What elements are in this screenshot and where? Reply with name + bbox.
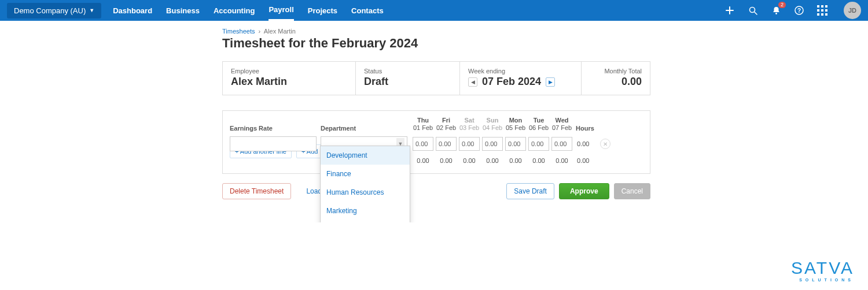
total-day-6: 0.00 — [550, 157, 573, 164]
company-switcher[interactable]: Demo Company (AU) ▼ — [7, 3, 101, 18]
save-draft-button[interactable]: Save Draft — [506, 183, 554, 199]
notifications-icon[interactable]: 2 — [771, 5, 781, 16]
week-ending-value: 07 Feb 2024 — [482, 76, 541, 88]
caret-down-icon: ▼ — [89, 8, 94, 13]
day-input-4[interactable] — [505, 137, 526, 151]
summary-box: Employee Alex Martin Status Draft Week e… — [222, 61, 650, 95]
notification-badge: 2 — [778, 2, 786, 8]
timesheet-row: ▼ 0.00 ✕ — [230, 136, 643, 151]
monthly-total-value: 0.00 — [590, 76, 642, 88]
header-day-6: Wed07 Feb — [550, 117, 573, 132]
header-day-2: Sat03 Feb — [458, 117, 481, 132]
svg-text:?: ? — [797, 8, 801, 14]
cancel-button[interactable]: Cancel — [614, 183, 650, 199]
header-department: Department — [321, 125, 411, 132]
breadcrumb: Timesheets › Alex Martin — [222, 28, 650, 35]
day-input-3[interactable] — [482, 137, 503, 151]
department-dropdown: Development Finance Human Resources Mark… — [320, 146, 410, 222]
add-icon[interactable] — [724, 5, 735, 16]
monthly-total-label: Monthly Total — [590, 68, 642, 75]
day-input-2[interactable] — [459, 137, 480, 151]
delete-row-button[interactable]: ✕ — [600, 139, 610, 149]
svg-point-1 — [775, 13, 777, 14]
total-day-0: 0.00 — [411, 157, 435, 164]
help-icon[interactable]: ? — [794, 5, 804, 16]
header-day-3: Sun04 Feb — [481, 117, 504, 132]
company-name: Demo Company (AU) — [14, 6, 86, 15]
next-week-button[interactable]: ▶ — [546, 77, 555, 87]
total-hours: 0.00 — [573, 157, 599, 164]
apps-icon[interactable] — [817, 5, 827, 16]
topbar: Demo Company (AU) ▼ Dashboard Business A… — [0, 0, 868, 21]
total-day-4: 0.00 — [504, 157, 527, 164]
dropdown-item[interactable]: Development — [321, 146, 410, 165]
dropdown-item[interactable]: Finance — [321, 165, 410, 183]
day-input-0[interactable] — [413, 137, 433, 151]
header-day-5: Tue06 Feb — [527, 117, 550, 132]
search-icon[interactable] — [748, 5, 758, 16]
employee-value: Alex Martin — [231, 76, 347, 88]
dropdown-item[interactable]: Research & Development — [321, 220, 410, 222]
approve-button[interactable]: Approve — [559, 183, 609, 199]
avatar[interactable]: JD — [844, 2, 861, 19]
earnings-rate-select[interactable] — [230, 136, 317, 151]
status-value: Draft — [364, 76, 451, 88]
page-title: Timesheet for the February 2024 — [222, 36, 650, 51]
header-day-4: Mon05 Feb — [504, 117, 527, 132]
day-input-6[interactable] — [551, 137, 572, 151]
week-ending-label: Week ending — [468, 68, 573, 75]
nav-contacts[interactable]: Contacts — [351, 1, 384, 20]
dropdown-item[interactable]: Marketing — [321, 202, 410, 220]
header-day-0: Thu01 Feb — [411, 117, 435, 132]
nav-projects[interactable]: Projects — [308, 1, 337, 20]
dropdown-item[interactable]: Human Resources — [321, 183, 410, 202]
nav-dashboard[interactable]: Dashboard — [113, 1, 152, 20]
totals-row: + Add another line + Add Project line 0.… — [230, 157, 643, 164]
nav-payroll[interactable]: Payroll — [269, 0, 293, 21]
header-earnings-rate: Earnings Rate — [230, 125, 321, 132]
day-input-5[interactable] — [528, 137, 549, 151]
nav-business[interactable]: Business — [166, 1, 200, 20]
total-day-2: 0.00 — [458, 157, 481, 164]
timesheet-grid: Earnings Rate Department Thu01 Feb Fri02… — [222, 110, 650, 174]
status-label: Status — [364, 68, 451, 75]
total-day-3: 0.00 — [481, 157, 504, 164]
nav-accounting[interactable]: Accounting — [214, 1, 255, 20]
action-bar: Delete Timesheet Load Template Save Draf… — [222, 183, 650, 199]
header-hours: Hours — [573, 125, 599, 132]
breadcrumb-leaf: Alex Martin — [264, 28, 296, 35]
main-nav: Dashboard Business Accounting Payroll Pr… — [113, 0, 384, 21]
prev-week-button[interactable]: ◀ — [468, 77, 477, 87]
employee-label: Employee — [231, 68, 347, 75]
breadcrumb-root[interactable]: Timesheets — [222, 28, 255, 35]
topbar-right: 2 ? JD — [724, 2, 861, 19]
total-day-5: 0.00 — [527, 157, 550, 164]
row-hours: 0.00 — [573, 140, 597, 147]
header-day-1: Fri02 Feb — [435, 117, 458, 132]
delete-timesheet-button[interactable]: Delete Timesheet — [222, 183, 291, 199]
total-day-1: 0.00 — [435, 157, 458, 164]
day-input-1[interactable] — [436, 137, 457, 151]
svg-point-0 — [749, 7, 755, 12]
